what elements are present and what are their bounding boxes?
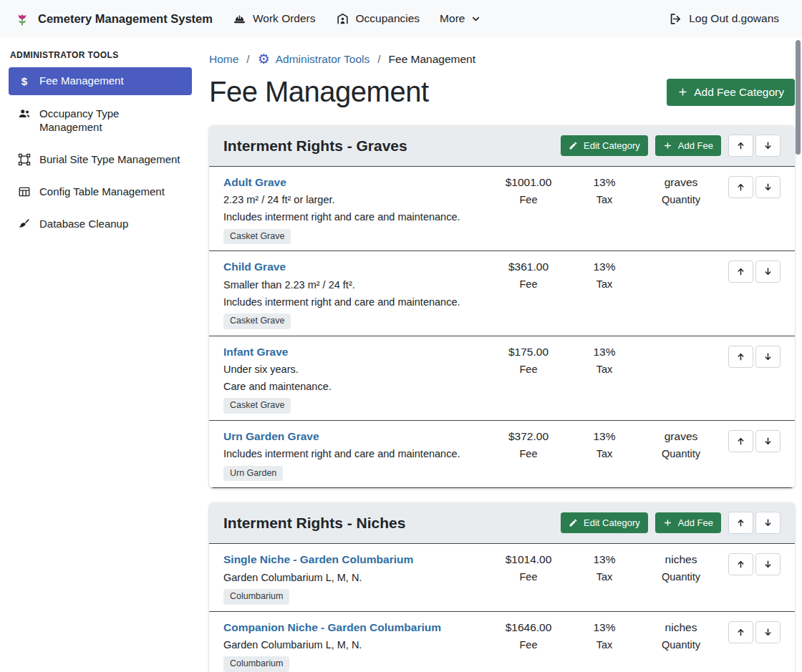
fee-name-link[interactable]: Urn Garden Grave (223, 429, 319, 443)
add-fee-button[interactable]: Add Fee (655, 135, 721, 156)
breadcrumb-admin-tools-label: Administrator Tools (276, 53, 370, 66)
fee-tax-cell: 13% Tax (568, 552, 641, 583)
fee-tax-value: 13% (568, 621, 641, 634)
fee-move-up-button[interactable] (728, 176, 753, 198)
fee-move-down-button[interactable] (755, 176, 781, 198)
nav-label: Occupancies (356, 12, 420, 25)
fee-type-tag: Casket Grave (223, 398, 291, 414)
fee-move-down-button[interactable] (755, 553, 781, 575)
fee-name-link[interactable]: Infant Grave (223, 345, 288, 359)
fee-move-down-button[interactable] (755, 346, 781, 368)
dollar-icon: $ (17, 74, 32, 89)
fee-row: Urn Garden Grave Includes interment righ… (209, 421, 795, 488)
fee-details: Companion Niche - Garden Columbarium Gar… (223, 620, 489, 672)
fee-tax-value: 13% (568, 260, 641, 273)
edit-category-button[interactable]: Edit Category (561, 135, 648, 156)
add-fee-button[interactable]: Add Fee (655, 512, 721, 533)
fee-amount-cell: $1646.00 Fee (489, 620, 568, 651)
users-icon (17, 107, 32, 120)
logout-link[interactable]: Log Out d.gowans (659, 6, 789, 31)
app-brand: Cemetery Management System (13, 9, 213, 28)
fee-reorder-controls (728, 552, 781, 575)
fee-description: Garden Columbarium L, M, N. (223, 572, 483, 584)
fee-move-up-button[interactable] (728, 260, 753, 283)
fee-name-link[interactable]: Child Grave (223, 260, 286, 273)
fee-category-title: Interment Rights - Niches (223, 515, 405, 532)
arrow-down-icon (763, 267, 773, 276)
nav-label: Work Orders (253, 12, 316, 25)
category-move-down-button[interactable] (755, 512, 781, 534)
fee-category-header: Interment Rights - Graves Edit Category … (209, 125, 795, 167)
fee-row: Child Grave Smaller than 2.23 m² / 24 ft… (209, 251, 795, 336)
fee-tax-cell: 13% Tax (568, 429, 641, 459)
category-move-up-button[interactable] (728, 135, 753, 157)
category-move-up-button[interactable] (728, 512, 753, 534)
fee-amount-label: Fee (489, 639, 568, 651)
sidebar-item-fee-management[interactable]: $ Fee Management (9, 67, 192, 95)
edit-category-button[interactable]: Edit Category (561, 512, 648, 533)
table-icon (17, 185, 32, 198)
fee-tax-cell: 13% Tax (568, 345, 641, 375)
sidebar-item-label: Burial Site Type Management (39, 152, 180, 167)
fee-tax-cell: 13% Tax (568, 260, 641, 290)
fee-quantity-cell: graves Quantity (641, 175, 721, 205)
arrow-up-icon (736, 141, 745, 150)
fee-type-tag: Columbarium (223, 656, 289, 672)
fee-tax-label: Tax (568, 364, 641, 375)
fee-move-down-button[interactable] (755, 260, 781, 283)
breadcrumb-admin-tools-link[interactable]: ⚙ Administrator Tools (258, 52, 370, 66)
fee-descriptions: Garden Columbarium L, M, N. (223, 639, 483, 651)
breadcrumb-home-link[interactable]: Home (209, 53, 238, 66)
fee-name-link[interactable]: Adult Grave (223, 175, 286, 189)
fee-row: Companion Niche - Garden Columbarium Gar… (209, 612, 795, 672)
category-reorder-controls (728, 135, 781, 157)
fee-amount-cell: $372.00 Fee (489, 429, 568, 459)
fee-type-tag: Casket Grave (223, 229, 291, 245)
fee-name-link[interactable]: Companion Niche - Garden Columbarium (223, 620, 441, 634)
nav-more[interactable]: More (430, 6, 491, 31)
broom-icon (17, 217, 32, 230)
fee-move-up-button[interactable] (728, 621, 753, 643)
sidebar-item-burial-site-type-management[interactable]: Burial Site Type Management (9, 146, 192, 173)
fee-details: Urn Garden Grave Includes interment righ… (223, 429, 489, 481)
sidebar-item-occupancy-type-management[interactable]: Occupancy Type Management (9, 100, 192, 142)
fee-amount-value: $1646.00 (489, 621, 568, 634)
category-move-down-button[interactable] (755, 135, 781, 157)
add-fee-category-label: Add Fee Category (694, 86, 784, 99)
arrow-down-icon (763, 437, 773, 446)
fee-description: Care and maintenance. (223, 381, 483, 393)
fee-amount-cell: $175.00 Fee (489, 345, 568, 375)
nav-occupancies[interactable]: Occupancies (326, 6, 430, 31)
fee-move-up-button[interactable] (728, 553, 753, 575)
fee-category-card: Interment Rights - Graves Edit Category … (209, 125, 795, 488)
nav-work-orders[interactable]: Work Orders (223, 6, 326, 31)
sidebar-item-config-table-management[interactable]: Config Table Management (9, 178, 192, 205)
fee-reorder-controls (728, 429, 781, 452)
add-fee-label: Add Fee (678, 517, 713, 528)
fee-row: Infant Grave Under six years.Care and ma… (209, 336, 795, 421)
fee-description: Includes interment right and care and ma… (223, 296, 483, 308)
add-fee-category-button[interactable]: Add Fee Category (667, 79, 795, 106)
sidebar-item-label: Occupancy Type Management (39, 107, 183, 135)
fee-move-down-button[interactable] (755, 430, 781, 452)
fee-quantity-value: niches (641, 553, 721, 566)
plus-icon (663, 141, 672, 150)
arrow-down-icon (763, 352, 773, 361)
fee-move-up-button[interactable] (728, 346, 753, 368)
fee-name-link[interactable]: Single Niche - Garden Columbarium (223, 552, 413, 566)
sidebar-item-database-cleanup[interactable]: Database Cleanup (9, 210, 192, 238)
arrow-down-icon (763, 182, 773, 192)
main-nav: Work Orders Occupancies More (223, 6, 491, 31)
fee-tax-label: Tax (568, 571, 641, 583)
fee-category-title: Interment Rights - Graves (223, 137, 407, 155)
fee-move-down-button[interactable] (755, 621, 781, 643)
fee-description: Includes interment right and care and ma… (223, 448, 483, 460)
navbar: Cemetery Management System Work Orders O… (0, 0, 802, 37)
page-title: Fee Management (209, 76, 429, 108)
pencil-icon (569, 518, 578, 527)
fee-quantity-label: Quantity (641, 639, 721, 651)
breadcrumb-separator: / (246, 53, 249, 66)
vertical-scrollbar[interactable] (796, 40, 801, 155)
fee-move-up-button[interactable] (728, 430, 753, 452)
fee-details: Infant Grave Under six years.Care and ma… (223, 345, 489, 414)
